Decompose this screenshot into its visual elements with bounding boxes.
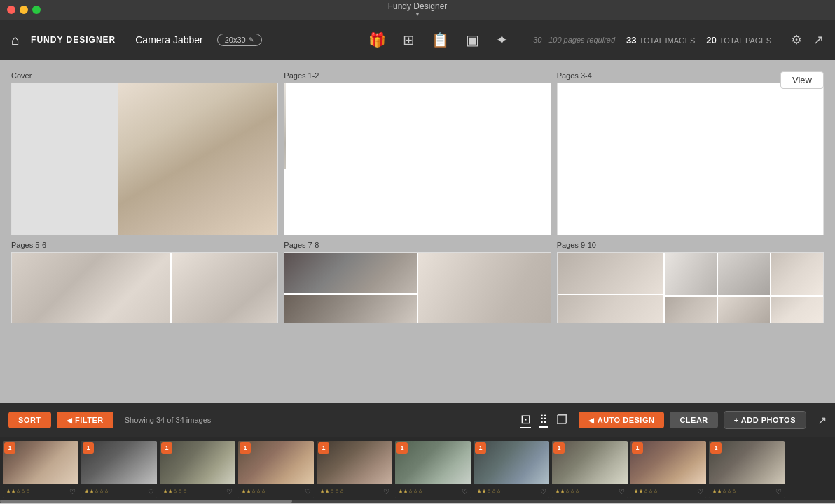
page-label-9-10: Pages 9-10 bbox=[557, 241, 824, 249]
add-photos-button[interactable]: + ADD PHOTOS bbox=[724, 411, 806, 429]
filter-button[interactable]: ◀ FILTER bbox=[57, 412, 113, 428]
page-canvas-3-4[interactable] bbox=[557, 83, 824, 235]
album-icon[interactable]: 🎁 bbox=[368, 31, 386, 48]
film-thumb-5[interactable]: 1 ★★☆☆☆ ♡ bbox=[317, 441, 392, 498]
p78-photo-2 bbox=[284, 295, 417, 323]
film-badge-4: 1 bbox=[240, 442, 251, 454]
film-heart-4[interactable]: ♡ bbox=[305, 488, 311, 496]
film-badge-7: 1 bbox=[475, 442, 486, 454]
filmstrip-scrollbar-thumb[interactable] bbox=[0, 500, 292, 503]
film-heart-10[interactable]: ♡ bbox=[775, 488, 782, 496]
film-heart-5[interactable]: ♡ bbox=[383, 488, 389, 496]
film-thumb-2[interactable]: 1 ★★☆☆☆ ♡ bbox=[81, 441, 157, 498]
page-canvas-7-8[interactable] bbox=[284, 252, 551, 323]
p910-photo-1 bbox=[558, 253, 663, 294]
film-heart-6[interactable]: ♡ bbox=[462, 488, 468, 496]
view-mode-icons: ⊡ ⠿ ❐ bbox=[520, 412, 567, 428]
view-button[interactable]: View bbox=[780, 71, 824, 89]
window-controls[interactable] bbox=[7, 6, 41, 14]
toolbar-right-icons: ⚙ ↗ bbox=[791, 32, 824, 48]
clear-button[interactable]: CLEAR bbox=[670, 412, 717, 428]
film-stars-3: ★★☆☆☆ bbox=[163, 488, 187, 495]
film-thumb-7[interactable]: 1 ★★☆☆☆ ♡ bbox=[474, 441, 549, 498]
p56-photo-1 bbox=[12, 253, 170, 323]
film-thumb-10[interactable]: 1 ★★☆☆☆ ♡ bbox=[709, 441, 785, 498]
brush-icon[interactable]: ✦ bbox=[496, 31, 508, 48]
page-block-1-2: Pages 1-2 bbox=[284, 71, 551, 235]
size-badge[interactable]: 20x30 ✎ bbox=[217, 34, 262, 46]
p12-left bbox=[284, 83, 285, 234]
auto-design-arrow-icon: ◀ bbox=[588, 416, 595, 424]
film-thumb-3[interactable]: 1 ★★☆☆☆ ♡ bbox=[160, 441, 235, 498]
film-thumb-8[interactable]: 1 ★★☆☆☆ ♡ bbox=[552, 441, 628, 498]
export-icon[interactable]: ↗ bbox=[813, 32, 824, 48]
film-badge-2: 1 bbox=[83, 442, 94, 454]
film-heart-7[interactable]: ♡ bbox=[540, 488, 546, 496]
film-badge-3: 1 bbox=[161, 442, 172, 454]
p78-left bbox=[284, 253, 417, 323]
page-canvas-cover[interactable] bbox=[11, 83, 278, 235]
page-canvas-5-6[interactable] bbox=[11, 252, 278, 323]
p78-photo-1 bbox=[284, 253, 417, 293]
page-canvas-1-2[interactable] bbox=[284, 83, 551, 235]
canvas-area: View Cover Pages 1-2 bbox=[0, 60, 835, 403]
filmstrip: 1 ★★☆☆☆ ♡ 1 ★★☆☆☆ ♡ 1 ★★☆☆☆ ♡ 1 ★★☆☆☆ ♡ … bbox=[0, 437, 835, 503]
pages-icon[interactable]: 📋 bbox=[432, 31, 449, 48]
sort-button[interactable]: SORT bbox=[8, 412, 51, 428]
film-heart-3[interactable]: ♡ bbox=[226, 488, 233, 496]
page-block-cover: Cover bbox=[11, 71, 278, 235]
p910-photo-5 bbox=[771, 253, 823, 295]
grid-multi-icon[interactable]: ⠿ bbox=[539, 413, 548, 428]
layout-1-2 bbox=[284, 83, 287, 234]
main-toolbar: ⌂ FUNDY DESIGNER Camera Jabber 20x30 ✎ 🎁… bbox=[0, 20, 835, 60]
close-button[interactable] bbox=[7, 6, 15, 14]
titlebar: Fundy Designer ▼ bbox=[0, 0, 835, 20]
p56-right-photo bbox=[172, 253, 277, 323]
film-info-9: ★★☆☆☆ ♡ bbox=[630, 484, 706, 498]
layout-9-10 bbox=[558, 253, 823, 323]
total-images-label: TOTAL IMAGES bbox=[639, 36, 695, 45]
film-heart-1[interactable]: ♡ bbox=[69, 488, 76, 496]
showing-text: Showing 34 of 34 images bbox=[125, 416, 212, 424]
film-thumb-6[interactable]: 1 ★★☆☆☆ ♡ bbox=[395, 441, 471, 498]
film-info-1: ★★☆☆☆ ♡ bbox=[3, 484, 78, 498]
film-badge-9: 1 bbox=[632, 442, 643, 454]
page-canvas-9-10[interactable] bbox=[557, 252, 824, 323]
film-heart-2[interactable]: ♡ bbox=[148, 488, 154, 496]
p910-right-top bbox=[665, 253, 823, 295]
cover-photo bbox=[118, 83, 278, 234]
page-label-7-8: Pages 7-8 bbox=[284, 241, 551, 249]
film-thumb-4[interactable]: 1 ★★☆☆☆ ♡ bbox=[238, 441, 314, 498]
layout-7-8 bbox=[284, 253, 550, 323]
layers-icon[interactable]: ❐ bbox=[556, 412, 567, 428]
layout-3-4 bbox=[558, 83, 559, 234]
p12-bottom-photos bbox=[284, 170, 285, 234]
p910-left bbox=[558, 253, 663, 323]
frame-icon[interactable]: ▣ bbox=[466, 31, 479, 48]
film-heart-9[interactable]: ♡ bbox=[697, 488, 703, 496]
edit-size-icon: ✎ bbox=[249, 36, 254, 43]
filter-arrow-icon: ◀ bbox=[67, 416, 73, 424]
grid-single-icon[interactable]: ⊡ bbox=[520, 412, 531, 428]
film-thumb-1[interactable]: 1 ★★☆☆☆ ♡ bbox=[3, 441, 78, 498]
p910-photo-6 bbox=[665, 297, 717, 323]
film-thumb-9[interactable]: 1 ★★☆☆☆ ♡ bbox=[630, 441, 706, 498]
film-badge-6: 1 bbox=[396, 442, 408, 454]
p12-right-photo bbox=[287, 83, 288, 234]
maximize-button[interactable] bbox=[32, 6, 41, 14]
filmstrip-scrollbar[interactable] bbox=[0, 500, 835, 503]
film-stars-10: ★★☆☆☆ bbox=[712, 488, 736, 495]
minimize-button[interactable] bbox=[20, 6, 28, 14]
film-heart-8[interactable]: ♡ bbox=[619, 488, 625, 496]
project-name: Camera Jabber bbox=[135, 34, 203, 46]
share-icon[interactable]: ↗ bbox=[817, 414, 827, 427]
layout-icon[interactable]: ⊞ bbox=[403, 31, 415, 48]
film-info-6: ★★☆☆☆ ♡ bbox=[395, 484, 471, 498]
pages-grid: Cover Pages 1-2 bbox=[11, 71, 824, 323]
film-stars-2: ★★☆☆☆ bbox=[84, 488, 109, 495]
p12-photo-1 bbox=[284, 83, 285, 169]
settings-icon[interactable]: ⚙ bbox=[791, 32, 802, 48]
auto-design-button[interactable]: ◀ AUTO DESIGN bbox=[579, 412, 664, 428]
title-arrow: ▼ bbox=[415, 11, 420, 18]
film-stars-1: ★★☆☆☆ bbox=[6, 488, 30, 495]
